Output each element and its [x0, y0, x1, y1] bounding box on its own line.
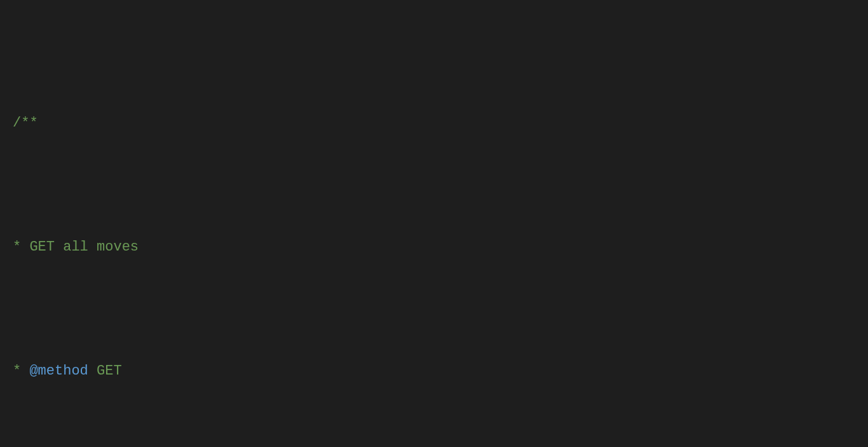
code-line[interactable]: * GET all moves — [13, 235, 868, 259]
doc-text: GET all moves — [29, 239, 139, 255]
doc-star: * — [13, 239, 29, 255]
doc-star: * — [13, 363, 29, 379]
code-line[interactable]: * @method GET — [13, 359, 868, 383]
doc-comment: /** — [13, 115, 38, 131]
code-editor[interactable]: /** * GET all moves * @method GET * @par… — [0, 0, 868, 447]
jsdoc-tag: @method — [29, 363, 88, 379]
code-line[interactable]: /** — [13, 111, 868, 135]
doc-text: GET — [88, 363, 122, 379]
